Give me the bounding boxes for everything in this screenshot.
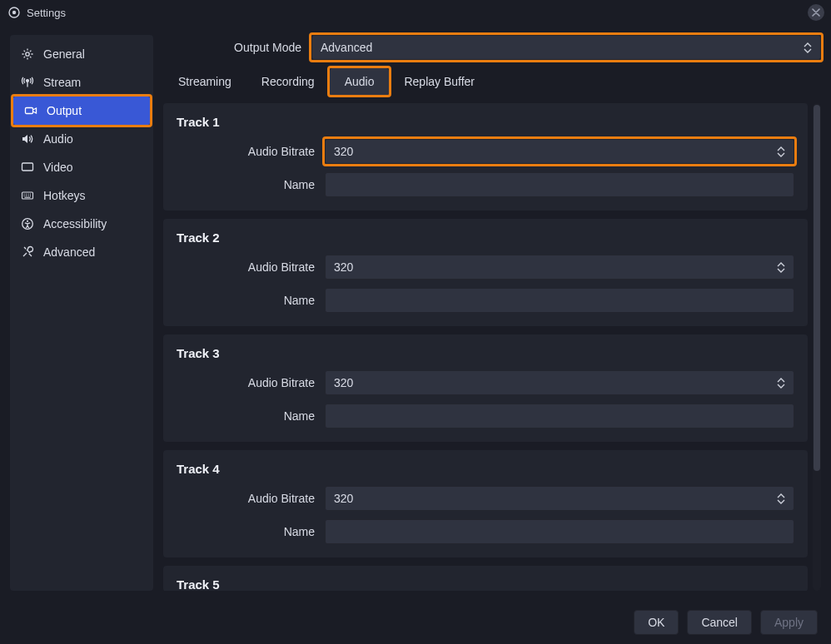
track-panel-3: Track 3 Audio Bitrate 320 xyxy=(163,334,808,442)
output-tabs: Streaming Recording Audio Replay Buffer xyxy=(163,68,821,95)
close-icon xyxy=(812,8,820,17)
window-title: Settings xyxy=(27,7,66,19)
track-title: Track 2 xyxy=(177,230,794,245)
bitrate-value: 320 xyxy=(334,376,353,389)
track2-name-input[interactable] xyxy=(325,288,794,313)
name-row: Name xyxy=(177,172,794,197)
sidebar-item-advanced[interactable]: Advanced xyxy=(10,238,153,266)
accessibility-icon xyxy=(20,216,35,231)
name-row: Name xyxy=(177,404,794,429)
svg-rect-5 xyxy=(22,163,33,171)
settings-window: Settings General Stream xyxy=(0,0,831,644)
track-panel-2: Track 2 Audio Bitrate 320 xyxy=(163,219,808,326)
track3-bitrate-select[interactable]: 320 xyxy=(325,370,794,395)
track-title: Track 4 xyxy=(177,462,794,476)
output-mode-row: Output Mode Advanced xyxy=(163,35,821,60)
sidebar-item-label: Output xyxy=(47,104,82,117)
bitrate-label: Audio Bitrate xyxy=(177,260,318,274)
track2-bitrate-select[interactable]: 320 xyxy=(325,255,794,280)
scrollbar-thumb[interactable] xyxy=(814,105,820,471)
name-row: Name xyxy=(177,519,794,544)
output-mode-value: Advanced xyxy=(321,41,372,54)
sidebar-item-label: Accessibility xyxy=(43,217,107,230)
spinner-arrows-icon xyxy=(777,491,789,506)
tracks-area: Track 1 Audio Bitrate 320 xyxy=(163,103,821,591)
name-label: Name xyxy=(177,178,318,191)
bitrate-select-wrap: 320 xyxy=(325,255,794,280)
close-button[interactable] xyxy=(808,4,824,21)
sidebar-item-hotkeys[interactable]: Hotkeys xyxy=(10,181,153,210)
track3-name-input[interactable] xyxy=(325,404,794,429)
track-panel-4: Track 4 Audio Bitrate 320 xyxy=(163,450,808,557)
cancel-label: Cancel xyxy=(701,616,738,629)
sidebar-item-accessibility[interactable]: Accessibility xyxy=(10,210,153,238)
tab-label: Replay Buffer xyxy=(404,75,475,88)
tab-audio[interactable]: Audio xyxy=(330,68,390,95)
ok-button[interactable]: OK xyxy=(634,610,679,635)
svg-point-2 xyxy=(26,52,29,56)
sidebar-item-video[interactable]: Video xyxy=(10,153,153,181)
footer: OK Cancel Apply xyxy=(0,601,831,644)
sidebar-item-label: Advanced xyxy=(43,245,95,259)
gear-icon xyxy=(20,47,35,62)
camera-icon xyxy=(23,103,38,118)
cancel-button[interactable]: Cancel xyxy=(687,610,752,635)
bitrate-label: Audio Bitrate xyxy=(177,376,318,389)
content-area: General Stream Output Audio xyxy=(0,25,831,601)
sidebar: General Stream Output Audio xyxy=(10,35,153,591)
track-panel-1: Track 1 Audio Bitrate 320 xyxy=(163,103,808,211)
name-label: Name xyxy=(177,409,318,423)
app-icon xyxy=(7,5,22,20)
speaker-icon xyxy=(20,131,35,146)
spinner-arrows-icon xyxy=(804,40,815,55)
main-panel: Output Mode Advanced Streaming Recording xyxy=(163,35,821,591)
spinner-arrows-icon xyxy=(777,144,789,159)
output-mode-select-wrap: Advanced xyxy=(311,35,821,60)
bitrate-select-wrap: 320 xyxy=(325,139,794,164)
output-mode-select[interactable]: Advanced xyxy=(311,35,821,60)
bitrate-row: Audio Bitrate 320 xyxy=(177,139,794,164)
track4-name-input[interactable] xyxy=(325,519,794,544)
tab-label: Streaming xyxy=(178,75,231,88)
sidebar-item-output[interactable]: Output xyxy=(13,97,150,125)
apply-label: Apply xyxy=(774,616,804,629)
sidebar-item-stream[interactable]: Stream xyxy=(10,68,153,97)
spinner-arrows-icon xyxy=(777,260,789,275)
svg-point-1 xyxy=(12,11,16,14)
svg-point-3 xyxy=(27,80,29,82)
svg-rect-4 xyxy=(26,108,33,114)
track4-bitrate-select[interactable]: 320 xyxy=(325,486,794,511)
track1-name-input[interactable] xyxy=(325,172,794,197)
tools-icon xyxy=(20,245,35,260)
output-mode-label: Output Mode xyxy=(163,41,305,54)
apply-button[interactable]: Apply xyxy=(760,610,818,635)
sidebar-item-audio[interactable]: Audio xyxy=(10,125,153,153)
monitor-icon xyxy=(20,160,35,175)
keyboard-icon xyxy=(20,188,35,203)
track-title: Track 3 xyxy=(177,346,794,360)
svg-point-8 xyxy=(27,220,28,222)
sidebar-item-label: Audio xyxy=(43,132,73,146)
track-title: Track 5 xyxy=(177,577,794,591)
tab-recording[interactable]: Recording xyxy=(246,68,330,95)
sidebar-item-general[interactable]: General xyxy=(10,40,153,68)
bitrate-select-wrap: 320 xyxy=(325,370,794,395)
name-label: Name xyxy=(177,525,318,538)
bitrate-value: 320 xyxy=(334,492,353,505)
tab-label: Recording xyxy=(261,75,315,88)
tab-label: Audio xyxy=(345,75,375,88)
scrollbar-track[interactable] xyxy=(813,103,821,591)
track1-bitrate-select[interactable]: 320 xyxy=(325,139,794,164)
bitrate-row: Audio Bitrate 320 xyxy=(177,255,794,280)
sidebar-item-label: Hotkeys xyxy=(43,189,86,202)
bitrate-select-wrap: 320 xyxy=(325,486,794,511)
name-label: Name xyxy=(177,294,318,307)
ok-label: OK xyxy=(648,616,664,629)
track-title: Track 1 xyxy=(177,115,794,129)
spinner-arrows-icon xyxy=(777,375,789,390)
titlebar: Settings xyxy=(0,0,831,25)
tab-streaming[interactable]: Streaming xyxy=(163,68,246,95)
bitrate-row: Audio Bitrate 320 xyxy=(177,370,794,395)
bitrate-value: 320 xyxy=(334,260,353,274)
tab-replay-buffer[interactable]: Replay Buffer xyxy=(389,68,490,95)
